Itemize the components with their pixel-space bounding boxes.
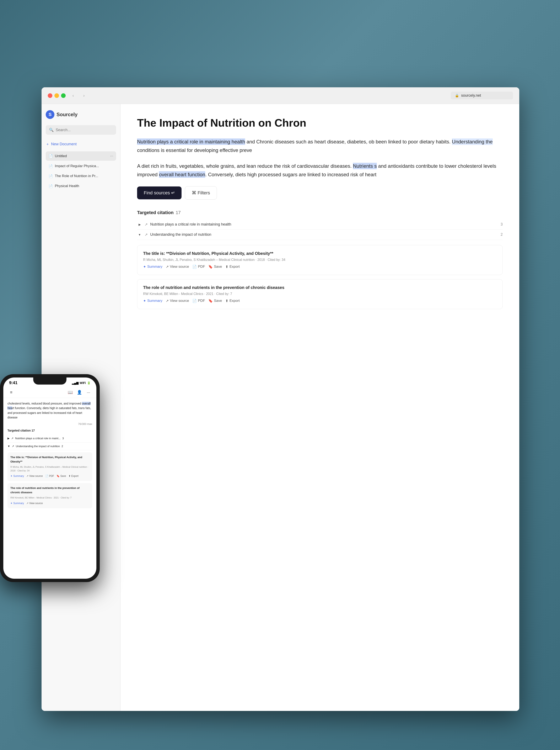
phone-citation-count: 17 (32, 429, 35, 432)
address-bar[interactable]: 🔒 sourcely.net (451, 92, 513, 99)
citation-count: 17 (176, 210, 181, 215)
export-label-1: Export (230, 264, 240, 269)
summary-link-1[interactable]: ✦ Summary (143, 264, 162, 269)
expand-icon-2[interactable]: ▼ (137, 232, 142, 237)
hamburger-icon[interactable]: ≡ (7, 389, 15, 396)
search-icon: 🔍 (49, 127, 54, 132)
summary-link-2[interactable]: ✦ Summary (143, 299, 162, 303)
new-doc-label: New Document (51, 142, 77, 146)
pdf-link-2[interactable]: 📄 PDF (192, 299, 205, 303)
phone-save-1[interactable]: 🔖 Save (57, 474, 66, 478)
citation-node-text-2: Understanding the impact of nutrition (150, 232, 498, 237)
citation-node-2: ▼ ↗ Understanding the impact of nutritio… (137, 230, 503, 240)
save-icon-2: 🔖 (208, 299, 213, 303)
minimize-button[interactable] (55, 93, 59, 98)
phone-summary-icon-1: ✦ (11, 474, 13, 478)
phone-view-label-2: View source (29, 502, 43, 505)
pdf-link-1[interactable]: 📄 PDF (192, 264, 205, 269)
phone-source-title-1: The title is: **Division of Nutrition, P… (11, 455, 89, 464)
doc-item-physica[interactable]: 📄 Impact of Regular Physica... (46, 161, 116, 171)
logo: S Sourcely (46, 110, 116, 119)
search-box[interactable]: 🔍 (46, 125, 116, 135)
battery-icon: 🔋 (87, 381, 90, 384)
external-link-icon-2: ↗ (166, 299, 169, 303)
book-icon[interactable]: 📖 (66, 389, 74, 396)
export-link-2[interactable]: ⬆ Export (225, 299, 240, 303)
phone-body: 9:41 ▂▄▆ WiFi 🔋 ≡ 📖 👤 ··· cho (0, 374, 100, 582)
logo-icon: S (46, 110, 55, 119)
citation-num-2: 2 (501, 232, 503, 237)
find-sources-label: Find sources ↵ (144, 190, 175, 196)
forward-button[interactable]: › (81, 92, 87, 99)
phone-pdf-1[interactable]: 📄 PDF (45, 474, 54, 478)
plus-icon: ＋ (46, 142, 49, 146)
find-sources-button[interactable]: Find sources ↵ (137, 186, 182, 199)
fullscreen-button[interactable] (61, 93, 66, 98)
phone-export-1[interactable]: ⬆ Export (68, 474, 79, 478)
phone-citation-header: Targeted citation 17 (7, 428, 92, 433)
pdf-label-1: PDF (198, 264, 205, 269)
source-cited-1: Cited by: 34 (268, 258, 285, 261)
phone-overlay: 9:41 ▂▄▆ WiFi 🔋 ≡ 📖 👤 ··· cho (0, 374, 104, 738)
new-document-button[interactable]: ＋ New Document (46, 140, 116, 148)
save-label-1: Save (214, 264, 222, 269)
phone-view-source-2[interactable]: ↗ View source (26, 501, 43, 505)
phone-expand-1[interactable]: ▶ (7, 436, 9, 441)
doc-name: Untitled (55, 154, 108, 158)
source-meta-2: RW Kimokoti, BE Millen - Medical Clinics… (143, 292, 497, 296)
source-cited-2: Cited by: 7 (216, 292, 232, 296)
phone-source-year-2: 2021 (54, 496, 59, 499)
citation-node-1: ▶ ↗ Nutrition plays a critical role in m… (137, 219, 503, 230)
phone-expand-2[interactable]: ▼ (7, 444, 10, 449)
export-icon-2: ⬆ (225, 299, 228, 303)
view-source-link-2[interactable]: ↗ View source (166, 299, 189, 303)
phone-save-label-1: Save (60, 475, 66, 477)
phone-export-icon-1: ⬆ (68, 475, 70, 477)
source-title-1: The title is: **Division of Nutrition, P… (143, 251, 497, 256)
save-link-2[interactable]: 🔖 Save (208, 299, 222, 303)
doc-item-physical-health[interactable]: 📄 Physical Health (46, 181, 116, 191)
save-icon: 🔖 (208, 264, 213, 269)
avatar-icon[interactable]: 👤 (76, 389, 83, 396)
doc-icon: 📄 (48, 184, 53, 188)
more-icon[interactable]: ··· (85, 389, 92, 396)
citation-num-1: 3 (501, 222, 503, 226)
export-icon: ⬆ (225, 264, 228, 269)
doc-icon: 📄 (48, 174, 53, 178)
phone-summary-link-2[interactable]: ✦ Summary (11, 501, 24, 505)
save-link-1[interactable]: 🔖 Save (208, 264, 222, 269)
back-button[interactable]: ‹ (70, 92, 77, 99)
phone-pdf-label-1: PDF (49, 475, 54, 477)
source-year-1: 2018 (257, 258, 265, 261)
phone-summary-link-1[interactable]: ✦ Summary (11, 474, 24, 478)
citation-header: Targeted citation 17 (137, 210, 503, 215)
export-link-1[interactable]: ⬆ Export (225, 264, 240, 269)
phone-summary-label-2: Summary (13, 501, 24, 505)
search-input[interactable] (56, 128, 113, 132)
source-actions-2: ✦ Summary ↗ View source 📄 PDF 🔖 Save (143, 299, 497, 303)
redirect-icon-2: ↗ (145, 232, 148, 237)
phone-view-label-1: View source (29, 475, 43, 477)
filters-button[interactable]: ⌘ Filters (185, 186, 217, 200)
view-source-label-1: View source (170, 264, 189, 269)
phone-main-content: cholesterol levels, reduced blood pressu… (3, 398, 96, 512)
view-source-link-1[interactable]: ↗ View source (166, 264, 189, 269)
phone-source-actions-2: ✦ Summary ↗ View source (11, 501, 89, 505)
doc-title: The Impact of Nutrition on Chron (137, 116, 503, 129)
citation-tree: ▶ ↗ Nutrition plays a critical role in m… (137, 219, 503, 240)
doc-item-nutrition[interactable]: 📄 The Role of Nutrition in Pr... (46, 172, 116, 181)
source-journal-name-1: Medical Clinical nutrition (219, 258, 255, 261)
doc-more-icon[interactable]: ··· (110, 154, 113, 158)
expand-icon-1[interactable]: ▶ (137, 222, 142, 227)
signal-icon: ▂▄▆ (72, 381, 79, 384)
phone-source-authors-2: RW Kimokoti, BE Millen - Medical Clinics (11, 496, 52, 499)
phone-view-source-1[interactable]: ↗ View source (26, 474, 43, 478)
source-card-1: The title is: **Division of Nutrition, P… (137, 245, 503, 275)
traffic-lights (48, 93, 66, 98)
filters-label: ⌘ Filters (192, 190, 210, 196)
summary-star-icon: ✦ (143, 264, 146, 269)
phone-redirect-1: ↗ (11, 436, 14, 441)
doc-item-untitled[interactable]: 📄 Untitled ··· (46, 151, 116, 161)
close-button[interactable] (48, 93, 53, 98)
phone-citation-label: Targeted citation (7, 429, 31, 432)
